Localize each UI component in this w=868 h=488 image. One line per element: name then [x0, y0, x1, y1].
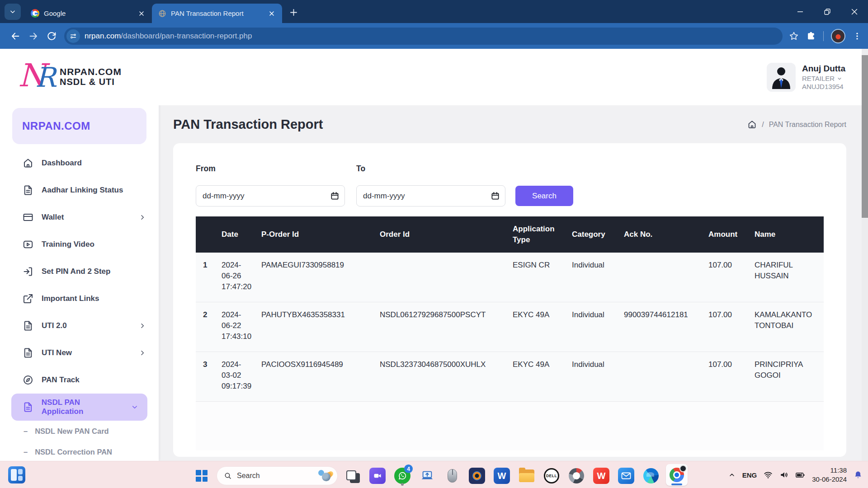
sidebar-item-label: PAN Track [42, 375, 80, 385]
forward-button[interactable] [24, 27, 42, 45]
logo-text: NRPAN.COM NSDL & UTI [60, 67, 122, 87]
scrollbar-thumb[interactable] [862, 55, 868, 218]
home-icon[interactable] [747, 120, 757, 129]
search-icon [224, 472, 231, 479]
sidebar-subitem-label: NSDL New PAN Card [35, 427, 109, 436]
whatsapp-icon[interactable]: 4 [392, 466, 412, 486]
mail-icon[interactable] [616, 466, 636, 486]
start-button[interactable] [192, 466, 212, 486]
col-name: Name [749, 229, 824, 240]
dell-app-icon[interactable]: DELL [542, 466, 561, 486]
task-view-icon[interactable] [343, 466, 363, 486]
photoscape-x-icon[interactable] [566, 466, 586, 486]
user-name: Anuj Dutta [802, 64, 845, 74]
taskbar-search-label: Search [237, 472, 313, 480]
photoscape-icon[interactable] [467, 466, 487, 486]
logo-line2: NSDL & UTI [60, 77, 122, 87]
chevron-right-icon [139, 322, 146, 329]
table-header-row: Date P-Order Id Order Id Application Typ… [196, 216, 824, 253]
windows-taskbar: Search 4 W DELL W [0, 461, 868, 488]
wps-office-icon[interactable]: W [591, 466, 611, 486]
from-label: From [196, 164, 345, 174]
word-icon[interactable]: W [492, 466, 512, 486]
tab-title: Google [44, 9, 132, 17]
tab-title: PAN Transaction Report [171, 9, 262, 17]
main-area: Anuj Dutta RETAILER ANUJD13954 PAN Trans… [159, 49, 868, 461]
sidebar-item-training-video[interactable]: Training Video [0, 231, 159, 258]
chevron-down-icon [837, 76, 842, 81]
site-logo[interactable]: N R NRPAN.COM NSDL & UTI [0, 49, 159, 105]
extensions-puzzle-icon[interactable] [806, 31, 816, 41]
tab-close-icon[interactable] [267, 9, 277, 19]
sidebar-item-important-links[interactable]: Important Links [0, 285, 159, 312]
system-tray: ENG 11:38 30-06-2024 [728, 461, 863, 488]
toolbar-divider [823, 31, 824, 41]
widgets-icon[interactable] [8, 466, 25, 483]
tab-pan-transaction-report[interactable]: PAN Transaction Report [152, 4, 282, 23]
sidebar-item-set-pin-and-2-step[interactable]: Set PIN And 2 Step [0, 258, 159, 285]
reload-button[interactable] [42, 27, 61, 45]
sidebar-item-uti-2-0[interactable]: UTI 2.0 [0, 312, 159, 339]
search-button[interactable]: Search [515, 186, 573, 206]
clock[interactable]: 11:38 30-06-2024 [812, 466, 847, 484]
sidebar-subitem-nsdl-correction-pan[interactable]: – NSDL Correction PAN [0, 441, 159, 461]
taskbar-search[interactable]: Search [217, 466, 338, 485]
google-favicon-icon [31, 9, 39, 18]
menu-kebab-icon[interactable] [853, 32, 862, 41]
battery-icon[interactable] [795, 470, 805, 479]
window-controls [787, 0, 868, 23]
page-scrollbar[interactable] [862, 49, 868, 461]
tray-chevron-up-icon[interactable] [728, 471, 736, 479]
magnifier-overlay-icon [679, 465, 687, 472]
windows-logo-icon [196, 470, 208, 482]
sidebar-subitem-label: NSDL Correction PAN [35, 448, 112, 456]
chrome-icon-active[interactable] [666, 464, 688, 486]
sidebar-item-nsdl-pan-application[interactable]: NSDL PAN Application [11, 394, 147, 421]
breadcrumb: / PAN Transaction Report [747, 120, 846, 129]
tab-search-button[interactable] [5, 4, 21, 20]
new-tab-button[interactable] [287, 5, 300, 19]
external-link-icon [23, 293, 33, 304]
browser-profile-avatar[interactable] [831, 29, 845, 43]
date-filter: From To Search [196, 164, 824, 206]
wallet-card-icon [23, 212, 33, 223]
active-app-indicator [671, 483, 682, 485]
notification-bell-icon[interactable] [854, 470, 863, 480]
volume-icon[interactable] [779, 470, 788, 479]
tab-google[interactable]: Google [24, 4, 152, 23]
window-close-button[interactable] [841, 0, 868, 23]
sidebar-item-label: NSDL PAN Application [42, 398, 123, 416]
logo-monogram: N R [18, 60, 60, 95]
edge-icon[interactable] [641, 466, 661, 486]
calendar-icon[interactable] [330, 192, 339, 200]
sidebar-item-dashboard[interactable]: Dashboard [0, 150, 159, 177]
window-minimize-button[interactable] [787, 0, 814, 23]
transactions-table: Date P-Order Id Order Id Application Typ… [196, 216, 824, 450]
sidebar-item-uti-new[interactable]: UTI New [0, 339, 159, 366]
window-restore-button[interactable] [814, 0, 841, 23]
bookmark-star-icon[interactable] [789, 31, 799, 41]
sidebar-item-label: Dashboard [42, 159, 82, 168]
laptop-update-app-icon[interactable] [417, 466, 437, 486]
col-application-type: Application Type [507, 224, 566, 245]
to-date-input[interactable] [356, 185, 505, 206]
file-explorer-icon[interactable] [517, 466, 537, 486]
from-date-input[interactable] [196, 185, 345, 206]
calendar-icon[interactable] [491, 192, 500, 200]
video-meet-app-icon[interactable] [368, 466, 387, 486]
language-indicator[interactable]: ENG [742, 471, 757, 479]
sidebar-item-wallet[interactable]: Wallet [0, 204, 159, 231]
address-bar[interactable]: nrpan.com/dashboard/pan-transaction-repo… [64, 28, 783, 45]
sidebar-item-label: UTI New [42, 348, 72, 357]
mouse-utility-icon[interactable] [442, 466, 462, 486]
back-button[interactable] [6, 27, 24, 45]
wifi-icon[interactable] [764, 470, 773, 479]
sidebar-item-aadhar-linking-status[interactable]: Aadhar Linking Status [0, 177, 159, 204]
sidebar-subitem-nsdl-new-pan-card[interactable]: – NSDL New PAN Card [0, 421, 159, 441]
sidebar-item-pan-track[interactable]: PAN Track [0, 366, 159, 394]
url-text: nrpan.com/dashboard/pan-transaction-repo… [85, 32, 252, 41]
user-profile-chip[interactable]: Anuj Dutta RETAILER ANUJD13954 [767, 63, 845, 92]
browser-toolbar: nrpan.com/dashboard/pan-transaction-repo… [0, 23, 868, 49]
site-info-icon[interactable] [66, 29, 80, 43]
tab-close-icon[interactable] [137, 9, 146, 19]
